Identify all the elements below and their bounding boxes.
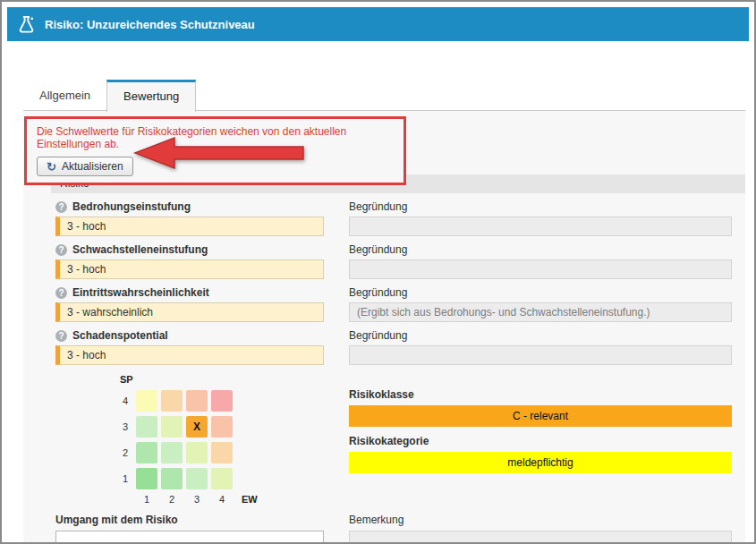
matrix-col-label: 4 [211, 494, 233, 505]
risk-matrix: SP 43X21 1234EW [118, 374, 324, 505]
matrix-cell [136, 416, 157, 438]
begruendung-label: Begründung [349, 328, 732, 343]
matrix-row: 3X [118, 416, 324, 438]
matrix-row: 2 [118, 442, 324, 463]
risk-matrix-grid: 43X21 [118, 390, 324, 489]
aktualisieren-button-label: Aktualisieren [62, 160, 123, 173]
help-icon[interactable]: ? [55, 287, 67, 299]
risk-class-label: Risikoklasse [349, 388, 732, 401]
matrix-cell [186, 468, 208, 489]
field-label: ? Bedrohungseinstufung [55, 200, 324, 214]
field-row-bedrohung: ? Bedrohungseinstufung 3 - hoch Begründu… [55, 200, 732, 236]
eintritt-begruendung-input[interactable]: (Ergibt sich aus Bedrohungs- und Schwach… [349, 302, 732, 322]
section-body: ? Bedrohungseinstufung 3 - hoch Begründu… [51, 200, 745, 544]
umgang-label: Umgang mit dem Risiko [55, 514, 324, 528]
help-icon[interactable]: ? [55, 201, 67, 213]
matrix-cell [161, 442, 183, 463]
matrix-cell [161, 468, 183, 489]
field-row-schaden: ? Schadenspotential 3 - hoch Begründung [55, 328, 732, 365]
bottom-row: Umgang mit dem Risiko Bemerkung [55, 514, 732, 544]
tab-allgemein[interactable]: Allgemein [23, 80, 106, 111]
bedrohungseinstufung-input[interactable]: 3 - hoch [55, 217, 324, 236]
field-row-schwachstelle: ? Schwachstelleneinstufung 3 - hoch Begr… [55, 242, 732, 279]
field-label: ? Eintrittswahrscheinlichkeit [55, 285, 324, 300]
matrix-row-label: 3 [118, 421, 132, 432]
matrix-col-label: 1 [136, 494, 157, 505]
help-icon[interactable]: ? [55, 244, 67, 256]
schwachstelle-begruendung-input[interactable] [349, 259, 732, 279]
titlebar: Risiko: Unzureichendes Schutzniveau [7, 7, 749, 41]
window-title: Risiko: Unzureichendes Schutzniveau [45, 18, 255, 31]
matrix-cell [211, 442, 233, 463]
umgang-select[interactable] [55, 531, 324, 544]
matrix-cell [186, 390, 208, 412]
risk-class-bar: C - relevant [349, 405, 732, 427]
field-label-text: Bedrohungseinstufung [72, 200, 191, 213]
app-icon [16, 14, 37, 35]
begruendung-label: Begründung [349, 200, 732, 214]
field-label: ? Schwachstelleneinstufung [55, 242, 324, 257]
schwachstelleneinstufung-input[interactable]: 3 - hoch [55, 259, 324, 279]
annotation-arrow [133, 135, 305, 171]
matrix-cell [136, 390, 157, 412]
matrix-cell [211, 468, 233, 489]
tab-bar: Allgemein Bewertung [23, 80, 196, 111]
matrix-cell [211, 416, 233, 438]
matrix-cell [161, 416, 183, 438]
app-window: Risiko: Unzureichendes Schutzniveau Allg… [0, 0, 756, 544]
risk-category-label: Risikokategorie [349, 435, 732, 447]
refresh-icon: ↻ [47, 161, 56, 173]
help-icon[interactable]: ? [55, 330, 67, 342]
matrix-row-label: 2 [118, 447, 132, 458]
matrix-row: 4 [118, 390, 324, 412]
matrix-cell [211, 390, 233, 412]
matrix-col-label: 3 [186, 494, 208, 505]
bemerkung-input[interactable] [349, 531, 732, 544]
begruendung-label: Begründung [349, 285, 732, 300]
matrix-row-label: 4 [118, 395, 132, 406]
field-row-eintritt: ? Eintrittswahrscheinlichkeit 3 - wahrsc… [55, 285, 732, 322]
matrix-row: 1 [118, 468, 324, 489]
field-label-text: Eintrittswahrscheinlichkeit [72, 286, 209, 299]
matrix-cell [161, 390, 183, 412]
aktualisieren-button[interactable]: ↻ Aktualisieren [37, 157, 133, 176]
matrix-col-labels: 1234EW [118, 494, 324, 505]
matrix-cell [136, 468, 157, 489]
matrix-x-axis-label: EW [242, 494, 258, 505]
schadenspotential-input[interactable]: 3 - hoch [55, 345, 324, 365]
matrix-row-label: 1 [118, 473, 132, 484]
tab-bewertung[interactable]: Bewertung [106, 80, 196, 112]
field-label-text: Schwachstelleneinstufung [72, 243, 208, 256]
risk-category-bar: meldepflichtig [349, 452, 732, 473]
matrix-y-axis-label: SP [120, 374, 324, 385]
bedrohung-begruendung-input[interactable] [349, 217, 732, 236]
eintrittswahrscheinlichkeit-input[interactable]: 3 - wahrscheinlich [55, 302, 324, 322]
matrix-col-label: 2 [161, 494, 183, 505]
classification-column: Risikoklasse C - relevant Risikokategori… [349, 374, 732, 505]
bemerkung-label: Bemerkung [349, 514, 732, 528]
schaden-begruendung-input[interactable] [349, 345, 732, 365]
begruendung-label: Begründung [349, 242, 732, 257]
risiko-section: Risiko ? Bedrohungseinstufung 3 - hoch B… [51, 174, 745, 542]
matrix-cell [136, 442, 157, 463]
matrix-cell [186, 442, 208, 463]
matrix-and-classification: SP 43X21 1234EW Risikoklasse C - relevan… [55, 374, 732, 505]
field-label-text: Schadenspotential [72, 329, 168, 342]
field-label: ? Schadenspotential [55, 328, 324, 343]
matrix-cell-selected: X [186, 416, 208, 438]
